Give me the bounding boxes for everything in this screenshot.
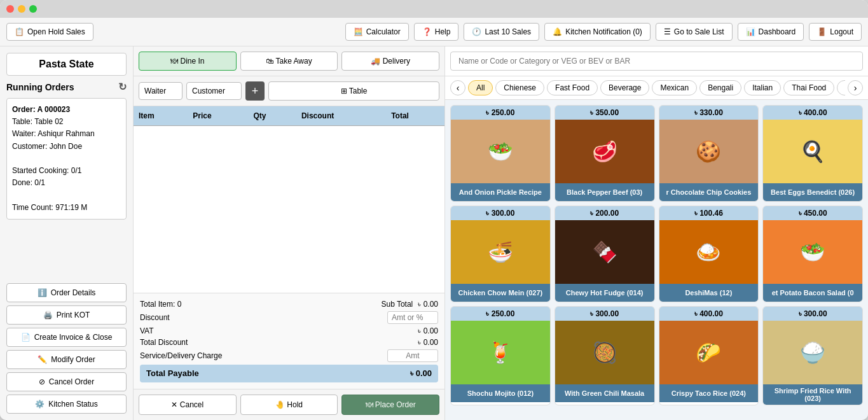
menu-item-name: r Chocolate Chip Cookies bbox=[659, 183, 759, 201]
menu-item-item-9[interactable]: ৳ 250.00🍹Shochu Mojito (012) bbox=[450, 306, 551, 405]
category-tab-fast-food[interactable]: Fast Food bbox=[547, 80, 598, 95]
menu-item-item-1[interactable]: ৳ 250.00🥗And Onion Pickle Recipe bbox=[450, 105, 551, 202]
modify-order-button[interactable]: ✏️ Modify Order bbox=[6, 350, 127, 369]
menu-item-item-7[interactable]: ৳ 100.46🍛DeshiMas (12) bbox=[659, 206, 759, 302]
col-discount: Discount bbox=[296, 106, 386, 126]
menu-item-name: Shrimp Fried Rice With (023) bbox=[763, 384, 862, 405]
menu-item-image: 🥘 bbox=[555, 321, 654, 384]
menu-item-item-5[interactable]: ৳ 300.00🍜Chicken Chow Mein (027) bbox=[450, 206, 551, 302]
service-charge-input[interactable] bbox=[387, 349, 438, 362]
customer-select[interactable]: Customer bbox=[186, 82, 242, 100]
logout-button[interactable]: 🚪 Logout bbox=[809, 23, 862, 41]
category-prev-button[interactable]: ‹ bbox=[450, 80, 465, 95]
kitchen-status-button[interactable]: ⚙️ Kitchen Status bbox=[6, 395, 127, 414]
clock-icon: 🕐 bbox=[472, 27, 481, 36]
category-tab-thai-food[interactable]: Thai Food bbox=[783, 80, 834, 95]
menu-item-item-4[interactable]: ৳ 400.00🍳Best Eggs Benedict (026) bbox=[762, 105, 863, 202]
menu-item-price: ৳ 300.00 bbox=[451, 206, 550, 220]
menu-item-item-6[interactable]: ৳ 200.00🍫Chewy Hot Fudge (014) bbox=[555, 206, 655, 302]
table-button[interactable]: ⊞ Table bbox=[268, 81, 439, 101]
goto-sale-list-button[interactable]: ☰ Go to Sale List bbox=[656, 23, 733, 41]
print-icon: 🖨️ bbox=[43, 311, 53, 319]
menu-item-item-10[interactable]: ৳ 300.00🥘With Green Chili Masala bbox=[555, 306, 655, 405]
running-orders-header: Running Orders ↻ bbox=[6, 81, 127, 93]
menu-item-item-8[interactable]: ৳ 450.00🥗et Potato Bacon Salad (0 bbox=[762, 206, 863, 302]
menu-item-price: ৳ 100.46 bbox=[659, 206, 759, 220]
take-away-button[interactable]: 🛍 Take Away bbox=[240, 52, 338, 71]
menu-item-price: ৳ 300.00 bbox=[763, 307, 862, 321]
pos-area: 🍽 Dine In 🛍 Take Away 🚚 Delivery Waiter … bbox=[134, 46, 868, 420]
order-selects: Waiter Customer + ⊞ Table bbox=[134, 76, 444, 106]
category-tab-desi[interactable]: Desi bbox=[837, 80, 845, 95]
help-icon: ❓ bbox=[422, 27, 432, 36]
menu-item-name: Chicken Chow Mein (027) bbox=[451, 284, 550, 302]
title-bar bbox=[0, 0, 868, 18]
menu-item-name: Shochu Mojito (012) bbox=[451, 384, 550, 402]
menu-item-item-3[interactable]: ৳ 330.00🍪r Chocolate Chip Cookies bbox=[659, 105, 759, 202]
menu-item-price: ৳ 330.00 bbox=[659, 106, 759, 120]
category-tab-chienese[interactable]: Chienese bbox=[495, 80, 544, 95]
menu-item-price: ৳ 250.00 bbox=[451, 106, 550, 120]
print-kot-button[interactable]: 🖨️ Print KOT bbox=[6, 305, 127, 325]
discount-input[interactable] bbox=[387, 311, 438, 324]
category-tab-all[interactable]: All bbox=[468, 80, 493, 95]
refresh-icon[interactable]: ↻ bbox=[118, 81, 127, 93]
menu-item-name: Crispy Taco Rice (024) bbox=[659, 384, 759, 402]
menu-item-item-11[interactable]: ৳ 400.00🌮Crispy Taco Rice (024) bbox=[659, 306, 759, 405]
category-tab-italian[interactable]: Italian bbox=[744, 80, 781, 95]
last10-button[interactable]: 🕐 Last 10 Sales bbox=[464, 23, 539, 41]
menu-item-name: Black Pepper Beef (03) bbox=[555, 183, 654, 201]
waiter-select[interactable]: Waiter bbox=[139, 82, 183, 100]
order-done: Done: 0/1 bbox=[12, 177, 121, 189]
menu-item-name: DeshiMas (12) bbox=[659, 284, 759, 302]
menu-item-name: Best Eggs Benedict (026) bbox=[763, 183, 862, 201]
open-hold-sales-button[interactable]: 📋 Open Hold Sales bbox=[6, 23, 93, 41]
menu-item-item-12[interactable]: ৳ 300.00🍚Shrimp Fried Rice With (023) bbox=[762, 306, 863, 405]
service-charge-label: Service/Delivery Charge bbox=[140, 351, 222, 360]
order-waiter: Waiter: Ashiqur Rahman bbox=[12, 128, 121, 140]
hold-button[interactable]: 🤚 Hold bbox=[240, 395, 338, 415]
cancel-order-button[interactable]: ⊘ Cancel Order bbox=[6, 372, 127, 391]
menu-item-image: 🍫 bbox=[555, 220, 654, 284]
col-qty: Qty bbox=[248, 106, 296, 126]
main-window: 📋 Open Hold Sales 🧮 Calculator ❓ Help 🕐 … bbox=[0, 0, 868, 420]
order-details-button[interactable]: ℹ️ Order Details bbox=[6, 283, 127, 302]
category-tab-bengali[interactable]: Bengali bbox=[699, 80, 741, 95]
delivery-button[interactable]: 🚚 Delivery bbox=[341, 52, 439, 71]
menu-item-image: 🥗 bbox=[451, 120, 550, 183]
minimize-button[interactable] bbox=[18, 5, 25, 13]
total-discount-value: ৳ 0.00 bbox=[418, 338, 438, 347]
total-discount-label: Total Discount bbox=[140, 338, 188, 347]
category-tab-beverage[interactable]: Beverage bbox=[600, 80, 649, 95]
search-input[interactable] bbox=[450, 52, 863, 71]
help-button[interactable]: ❓ Help bbox=[414, 23, 459, 41]
category-tab-mexican[interactable]: Mexican bbox=[652, 80, 697, 95]
menu-grid: ৳ 250.00🥗And Onion Pickle Recipe৳ 350.00… bbox=[445, 100, 868, 420]
create-invoice-button[interactable]: 📄 Create Invoice & Close bbox=[6, 328, 127, 347]
menu-item-image: 🥗 bbox=[763, 220, 862, 284]
menu-item-item-2[interactable]: ৳ 350.00🥩Black Pepper Beef (03) bbox=[555, 105, 655, 202]
col-total: Total bbox=[386, 106, 444, 126]
hold-sales-icon: 📋 bbox=[15, 27, 24, 36]
menu-panel: ‹ AllChieneseFast FoodBeverageMexicanBen… bbox=[445, 46, 868, 420]
close-button[interactable] bbox=[6, 5, 14, 13]
menu-item-image: 🍳 bbox=[763, 120, 862, 183]
calculator-button[interactable]: 🧮 Calculator bbox=[345, 23, 409, 41]
info-icon: ℹ️ bbox=[38, 288, 47, 297]
add-customer-button[interactable]: + bbox=[245, 81, 265, 101]
dine-in-button[interactable]: 🍽 Dine In bbox=[139, 52, 237, 71]
kitchen-notification-button[interactable]: 🔔 Kitchen Notification (0) bbox=[544, 23, 651, 41]
maximize-button[interactable] bbox=[29, 5, 37, 13]
order-panel: 🍽 Dine In 🛍 Take Away 🚚 Delivery Waiter … bbox=[134, 46, 445, 420]
order-number: Order: A 000023 bbox=[12, 104, 121, 116]
cancel-button[interactable]: ✕ Cancel bbox=[139, 395, 237, 415]
place-order-button[interactable]: 🍽 Place Order bbox=[341, 395, 439, 415]
dashboard-icon: 📊 bbox=[746, 27, 755, 36]
menu-item-image: 🍚 bbox=[763, 321, 862, 384]
menu-item-name: Chewy Hot Fudge (014) bbox=[555, 284, 654, 302]
dashboard-button[interactable]: 📊 Dashboard bbox=[738, 23, 804, 41]
category-next-button[interactable]: › bbox=[848, 80, 863, 95]
menu-item-price: ৳ 400.00 bbox=[659, 307, 759, 321]
calculator-icon: 🧮 bbox=[354, 27, 363, 36]
kitchen-icon: ⚙️ bbox=[35, 400, 45, 409]
